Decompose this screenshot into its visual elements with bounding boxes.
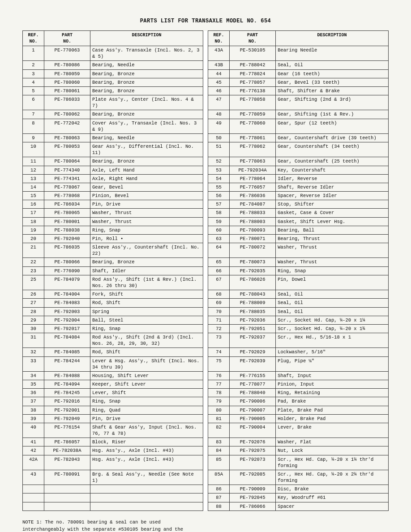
left-desc-cell: Ring, Snap xyxy=(90,226,203,234)
right-part-cell: PE-778059 xyxy=(229,110,275,119)
right-ref-cell: 57 xyxy=(208,200,230,209)
table-row: 21 PE-786035 Sleeve Ass'y., Countershaft… xyxy=(23,243,389,258)
right-desc-cell: Shaft, Shifter & Brake xyxy=(276,86,389,95)
left-part-cell: PE-792049 xyxy=(44,414,90,423)
left-ref-cell: 17 xyxy=(23,209,44,217)
left-desc-cell: Sleeve Ass'y., Countershaft (Incl. No. 2… xyxy=(90,243,203,258)
left-desc-cell: Case Ass'y. Transaxle (Incl. Nos. 2, 3 &… xyxy=(90,46,203,61)
right-part-cell: PE-778077 xyxy=(229,380,275,389)
left-ref-cell: 18 xyxy=(23,217,44,226)
left-part-cell: PE-778067 xyxy=(44,183,90,191)
right-part-cell: PE-788042 xyxy=(229,61,275,69)
right-ref-cell: 45 xyxy=(208,78,230,86)
right-part-cell: PE-792034A xyxy=(229,166,275,174)
left-desc-cell: Keeper, Shift Lever xyxy=(90,380,203,389)
right-desc-cell: Seal, Oil xyxy=(276,61,389,69)
right-part-cell: PE-788033 xyxy=(229,209,275,217)
left-desc-cell: Ring, Snap xyxy=(90,397,203,406)
left-part-cell xyxy=(44,485,90,493)
table-row: 86 PE-790009 Disc, Brake xyxy=(23,485,389,493)
left-desc-cell xyxy=(90,485,203,493)
right-part-cell: PE-786066 xyxy=(229,502,275,511)
right-ref-cell: 53 xyxy=(208,166,230,174)
table-row: 12 PE-774340 Axle, Left Hand 53 PE-79203… xyxy=(23,166,389,174)
table-row: 16 PE-786034 Pin, Drive 57 PE-784087 Sto… xyxy=(23,200,389,209)
left-ref-cell: 2 xyxy=(23,61,44,69)
right-ref-cell: 59 xyxy=(208,217,230,226)
right-ref-cell: 68 xyxy=(208,290,230,299)
left-ref-cell: 22 xyxy=(23,258,44,266)
table-row: 36 PE-784245 Lever, Shift 78 PE-788040 R… xyxy=(23,389,389,397)
left-ref-cell: 13 xyxy=(23,174,44,183)
left-part-cell: PE-792040 xyxy=(44,234,90,243)
left-ref-cell: 36 xyxy=(23,389,44,397)
left-part-cell: PE-776154 xyxy=(44,423,90,438)
left-ref-cell: 40 xyxy=(23,423,44,438)
right-desc-cell: Gasket, Case & Cover xyxy=(276,209,389,217)
right-desc-cell: Bearing Needle xyxy=(276,46,389,61)
table-row: 7 PE-780062 Bearing, Bronze 48 PE-778059… xyxy=(23,110,389,119)
right-desc-cell: Gear, Shifting (1st & Rev.) xyxy=(276,110,389,119)
left-part-header: PARTNO. xyxy=(44,31,90,46)
left-part-cell: PE-780001 xyxy=(44,217,90,226)
left-ref-cell: 38 xyxy=(23,406,44,414)
left-part-cell: PE-780065 xyxy=(44,209,90,217)
left-desc-cell: Washer, Thrust xyxy=(90,217,203,226)
right-desc-cell: Pinion, Input xyxy=(276,380,389,389)
table-row: 10 PE-780053 Gear Ass'y., Differential (… xyxy=(23,142,389,157)
right-ref-cell: 80 xyxy=(208,406,230,414)
left-desc-cell: Block, Riser xyxy=(90,438,203,446)
left-desc-cell: Rod Ass'y., Shift (1st & Rev.) (Incl. No… xyxy=(90,275,203,290)
right-ref-cell: 50 xyxy=(208,133,230,142)
right-desc-cell: Seal, Oil xyxy=(276,307,389,316)
left-desc-cell: Ball, Steel xyxy=(90,316,203,324)
left-part-cell: PE-784004 xyxy=(44,290,90,299)
table-row: 19 PE-788038 Ring, Snap 60 PE-780093 Bea… xyxy=(23,226,389,234)
table-row: 18 PE-780001 Washer, Thrust 59 PE-788003… xyxy=(23,217,389,226)
left-desc-cell: Plate Ass'y., Center (Incl. Nos. 4 & 7) xyxy=(90,95,203,110)
left-part-cell: PE-784094 xyxy=(44,380,90,389)
right-ref-cell: 85 xyxy=(208,455,230,470)
left-ref-cell: 25 xyxy=(23,275,44,290)
right-desc-cell: Bearing, Thrust xyxy=(276,234,389,243)
left-desc-cell: Pin, Drive xyxy=(90,200,203,209)
left-desc-cell: Shaft & Gear Ass'y, Input (Incl. Nos. 76… xyxy=(90,423,203,438)
right-desc-cell: Washer, Thrust xyxy=(276,258,389,266)
left-part-cell: PE-780086 xyxy=(44,61,90,69)
right-part-cell: PE-790009 xyxy=(229,485,275,493)
right-part-cell: PE-780071 xyxy=(229,234,275,243)
right-ref-cell: 44 xyxy=(208,69,230,78)
left-part-cell: PE-784084 xyxy=(44,333,90,348)
right-ref-cell: 73 xyxy=(208,333,230,348)
right-part-cell: PE-780073 xyxy=(229,258,275,266)
right-desc-cell: Scr., Hex Hd., 5/16-18 x 1 xyxy=(276,333,389,348)
table-row: 42A PE-782043 Hsg. Ass'y., Axle (Incl. #… xyxy=(23,455,389,470)
left-desc-cell: Spring xyxy=(90,307,203,316)
left-ref-cell: 39 xyxy=(23,414,44,423)
left-desc-cell xyxy=(90,493,203,502)
table-row: 28 PE-792003 Spring 70 PE-788035 Seal, O… xyxy=(23,307,389,316)
right-desc-cell: Key, Woodruff #61 xyxy=(276,493,389,502)
table-row: 22 PE-780066 Bearing, Bronze 65 PE-78007… xyxy=(23,258,389,266)
right-desc-cell: Nut, Lock xyxy=(276,446,389,455)
table-row: 11 PE-780064 Bearing, Bronze 52 PE-77806… xyxy=(23,157,389,166)
left-ref-cell: 10 xyxy=(23,142,44,157)
left-part-cell: PE-792017 xyxy=(44,324,90,333)
left-ref-cell: 30 xyxy=(23,324,44,333)
right-desc-cell: Seal, Oil xyxy=(276,290,389,299)
table-row: 2 PE-780086 Bearing, Needle 43B PE-78804… xyxy=(23,61,389,69)
left-desc-cell: Pin, Roll • xyxy=(90,234,203,243)
table-row: 39 PE-792049 Pin, Drive 81 PE-790005 Hol… xyxy=(23,414,389,423)
right-part-cell: PE-776057 xyxy=(229,183,275,191)
table-row: 9 PE-780063 Bearing, Needle 50 PE-778061… xyxy=(23,133,389,142)
left-ref-cell: 42A xyxy=(23,455,44,470)
left-part-cell: PE-774341 xyxy=(44,174,90,183)
right-part-cell: PE-780072 xyxy=(229,243,275,258)
table-row: 5 PE-780061 Bearing, Bronze 46 PE-776138… xyxy=(23,86,389,95)
right-desc-cell: Ring, Retaining xyxy=(276,389,389,397)
left-desc-cell: Gear, Bevel xyxy=(90,183,203,191)
left-part-cell: PE-786057 xyxy=(44,438,90,446)
right-desc-cell: Pin, Dowel xyxy=(276,275,389,290)
right-ref-header: REF.NO. xyxy=(208,31,230,46)
right-part-cell: PE-790007 xyxy=(229,406,275,414)
